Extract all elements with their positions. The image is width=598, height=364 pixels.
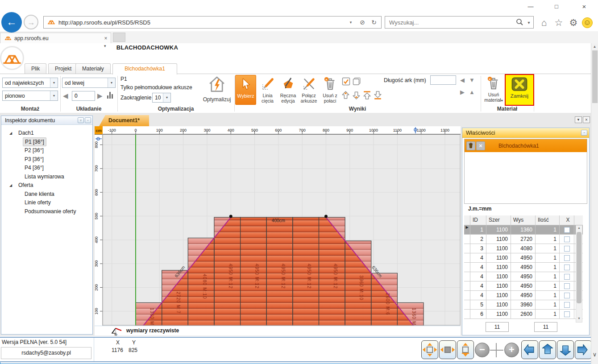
scroll-down-icon[interactable]: ▼ xyxy=(576,317,582,320)
collapse-icon[interactable]: ▿ xyxy=(78,117,84,123)
join-sheets-button[interactable]: Połącz arkusze xyxy=(299,75,319,105)
zoom-out-button[interactable]: − xyxy=(475,343,490,357)
row-checkbox[interactable] xyxy=(564,302,570,308)
nudge-left-icon[interactable]: ◀ xyxy=(460,77,465,83)
inspector-header[interactable]: Inspektor dokumentu ▿ ▫ xyxy=(1,116,92,125)
deselect-material-icon[interactable]: × xyxy=(476,141,485,150)
tree-node[interactable]: Lista wymiarowa xyxy=(1,173,92,182)
column-header[interactable]: Szer xyxy=(486,215,511,225)
restore-icon[interactable]: ▫ xyxy=(85,117,91,123)
pan-left-button[interactable] xyxy=(521,340,538,359)
distribute-bars-icon[interactable] xyxy=(107,92,114,99)
material-list-item[interactable]: × Blchodachówka1 xyxy=(465,139,587,152)
row-checkbox[interactable] xyxy=(564,236,570,242)
close-material-button[interactable]: Zamknij xyxy=(505,74,534,106)
expander-icon[interactable]: ◢ xyxy=(9,181,12,190)
tree-node[interactable]: Linie oferty xyxy=(1,199,92,207)
search-input[interactable] xyxy=(385,19,515,26)
sheet-length-input[interactable] xyxy=(430,75,456,85)
table-row[interactable]: ▶1110013601 xyxy=(464,225,583,235)
montaz-direction-combobox[interactable]: pionowo▾ xyxy=(2,91,58,101)
window-maximize-button[interactable]: □ xyxy=(549,2,564,12)
move-up-arrow-icon[interactable] xyxy=(341,91,350,101)
window-close-button[interactable]: × xyxy=(577,2,592,12)
pan-down-button[interactable] xyxy=(557,340,574,359)
home-icon[interactable]: ⌂ xyxy=(538,17,550,29)
minimize-icon[interactable]: − xyxy=(581,130,587,136)
zoom-fit-height-button[interactable] xyxy=(457,340,474,359)
expander-icon[interactable]: ◢ xyxy=(9,129,12,138)
move-to-bottom-arrow-icon[interactable] xyxy=(373,91,382,101)
zoom-fit-all-button[interactable] xyxy=(421,340,438,359)
scroll-down-chevron-icon[interactable]: ∨ xyxy=(591,351,598,358)
select-tool-button[interactable]: Wybierz xyxy=(235,75,256,105)
row-checkbox[interactable] xyxy=(564,265,570,270)
tree-node[interactable]: Podsumowanie oferty xyxy=(1,207,92,216)
ribbon-tab-blachodachowka[interactable]: Blchodachówka1 xyxy=(112,63,177,74)
address-bar[interactable]: ▾ ⊘ ↻ xyxy=(43,16,382,29)
nudge-down-icon[interactable]: ▼ xyxy=(469,77,475,83)
scrollbar-thumb[interactable] xyxy=(577,232,581,303)
column-header[interactable]: Ilość xyxy=(536,215,560,225)
nudge-right-icon[interactable]: ▶ xyxy=(460,89,465,95)
tree-node[interactable]: Dane klienta xyxy=(1,190,92,199)
row-checkbox[interactable] xyxy=(564,274,570,280)
properties-header[interactable]: Właściwości − xyxy=(462,128,589,138)
tree-node[interactable]: P1 [36°] xyxy=(1,138,92,147)
ribbon-tab-materialy[interactable]: Materiały xyxy=(75,63,111,74)
ribbon-tab-projekt[interactable]: Projekt xyxy=(48,63,78,74)
row-checkbox[interactable] xyxy=(564,283,570,289)
shift-right-icon[interactable]: ▶ xyxy=(97,92,103,100)
search-box[interactable]: ▾ xyxy=(385,16,534,29)
table-row[interactable]: 4110049501 xyxy=(464,272,583,281)
column-header[interactable]: X xyxy=(560,215,574,225)
tracking-protection-icon[interactable]: ⊘ xyxy=(357,19,368,26)
remove-material-button[interactable]: × Usuń materiał▾ xyxy=(483,75,504,105)
row-checkbox[interactable] xyxy=(564,293,570,298)
nudge-up-icon[interactable]: ▲ xyxy=(469,89,475,95)
app-logo[interactable] xyxy=(0,46,24,70)
window-minimize-button[interactable]: — xyxy=(523,2,538,12)
montaz-order-combobox[interactable]: od najwiekszych▾ xyxy=(2,78,58,88)
url-input[interactable] xyxy=(58,19,345,26)
table-row[interactable]: 5110039601 xyxy=(464,300,583,310)
tree-node[interactable]: P2 [36°] xyxy=(1,146,92,155)
cut-line-button[interactable]: Linia cięcia xyxy=(257,75,278,105)
full-module-option-label[interactable]: Tylko pełnomodułowe arkusze xyxy=(120,84,192,91)
chevron-down-icon[interactable]: ▾ xyxy=(50,91,58,100)
chevron-down-icon[interactable]: ▾ xyxy=(50,78,58,87)
forward-button[interactable]: → xyxy=(24,15,38,29)
search-dropdown-icon[interactable]: ▾ xyxy=(524,20,533,25)
zoom-slider-handle[interactable] xyxy=(496,343,497,357)
favorites-star-icon[interactable]: ☆ xyxy=(552,17,565,29)
ukladanie-start-combobox[interactable]: od lewej▾ xyxy=(62,78,116,88)
zoom-fit-width-button[interactable] xyxy=(439,340,456,359)
new-tab-button[interactable] xyxy=(113,33,125,42)
offset-input[interactable] xyxy=(72,91,95,101)
optimize-button[interactable]: Optymalizuj xyxy=(199,75,234,103)
move-to-top-arrow-icon[interactable] xyxy=(362,91,372,101)
pan-right-button[interactable] xyxy=(575,340,592,359)
browser-scrollbar[interactable]: ▲ ∨ xyxy=(591,43,598,364)
zoom-slider-track[interactable] xyxy=(490,350,503,351)
real-dimensions-icon[interactable]: Yr xyxy=(111,327,123,336)
row-checkbox[interactable] xyxy=(564,311,570,317)
tab-close-icon[interactable]: × xyxy=(101,35,111,41)
manual-edit-button[interactable]: Ręczna edycja xyxy=(278,75,298,105)
table-row[interactable]: 2110027201 xyxy=(464,235,583,244)
back-button[interactable]: ← xyxy=(1,12,22,33)
tree-node[interactable]: ◢Oferta xyxy=(1,181,92,190)
browser-tab[interactable]: app.rsroofs.eu × xyxy=(0,33,111,43)
table-row[interactable]: 4110049501 xyxy=(464,291,583,300)
scroll-up-icon[interactable]: ▲ xyxy=(591,43,598,50)
settings-gear-icon[interactable]: ⚙ xyxy=(567,17,580,29)
table-row[interactable]: 6110026001 xyxy=(464,310,583,319)
table-row[interactable]: 4110049501 xyxy=(464,281,583,291)
refresh-icon[interactable]: ↻ xyxy=(369,19,379,26)
chevron-down-icon[interactable]: ▾ xyxy=(108,78,115,87)
column-header[interactable]: ID xyxy=(470,215,486,225)
feedback-smiley-icon[interactable]: ☺ xyxy=(582,17,593,28)
table-row[interactable]: 4110049501 xyxy=(464,263,583,272)
zoom-in-button[interactable]: + xyxy=(504,343,519,357)
table-row[interactable]: 3110040801 xyxy=(464,244,583,253)
